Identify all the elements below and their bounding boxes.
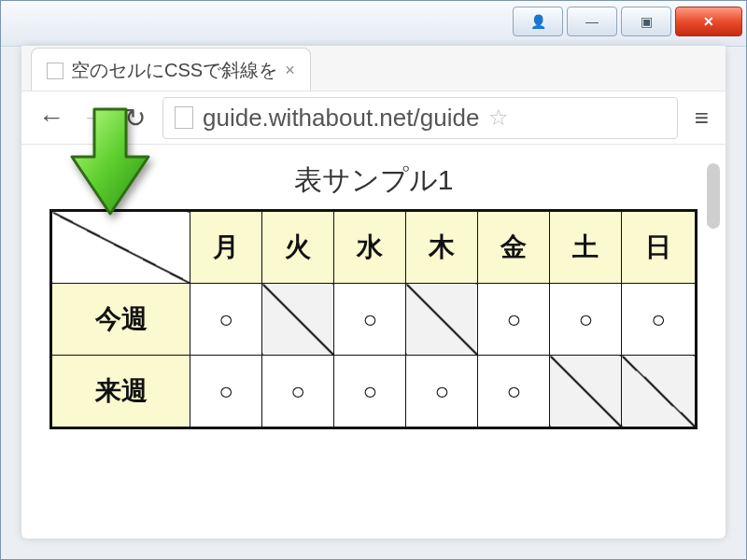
row-label: 今週 <box>51 284 190 356</box>
window-close-button[interactable]: ✕ <box>675 7 742 36</box>
page-content: 表サンプル1 月火水木金土日 今週○○○○○来週○○○○○ <box>21 145 726 539</box>
table-row: 来週○○○○○ <box>51 356 697 428</box>
browser-shell: 空のセルにCSSで斜線を × ← → ↻ guide.withabout.net… <box>21 46 726 539</box>
favicon-icon <box>47 63 63 79</box>
os-window: 👤 — ▣ ✕ 空のセルにCSSで斜線を × ← → ↻ guide.witha… <box>0 0 747 560</box>
mark-cell: ○ <box>334 284 406 356</box>
table-row: 今週○○○○○ <box>51 284 697 356</box>
tab-title: 空のセルにCSSで斜線を <box>71 58 277 83</box>
mark-cell: ○ <box>550 284 622 356</box>
tab-close-button[interactable]: × <box>285 61 295 80</box>
mark-cell: ○ <box>478 356 550 428</box>
table-body: 今週○○○○○来週○○○○○ <box>51 284 697 428</box>
day-header: 火 <box>262 211 334 284</box>
day-header: 金 <box>478 211 550 284</box>
window-minimize-button[interactable]: — <box>567 7 617 36</box>
window-maximize-button[interactable]: ▣ <box>621 7 671 36</box>
day-header: 水 <box>334 211 406 284</box>
mark-cell: ○ <box>190 284 262 356</box>
page-icon <box>175 106 193 129</box>
empty-diagonal-cell <box>406 284 478 356</box>
table-head: 月火水木金土日 <box>51 211 697 284</box>
address-bar[interactable]: guide.withabout.net/guide ☆ <box>162 97 678 139</box>
mark-cell: ○ <box>622 284 697 356</box>
tab-strip: 空のセルにCSSで斜線を × <box>21 46 726 91</box>
mark-cell: ○ <box>190 356 262 428</box>
mark-cell: ○ <box>406 356 478 428</box>
browser-tab[interactable]: 空のセルにCSSで斜線を × <box>31 48 311 91</box>
forward-button[interactable]: → <box>81 103 107 133</box>
window-titlebar: 👤 — ▣ ✕ <box>1 1 746 47</box>
window-user-button[interactable]: 👤 <box>513 7 563 36</box>
sample-table: 月火水木金土日 今週○○○○○来週○○○○○ <box>49 209 698 429</box>
row-label: 来週 <box>51 356 190 428</box>
empty-diagonal-cell <box>550 356 622 428</box>
empty-diagonal-cell <box>262 284 334 356</box>
mark-cell: ○ <box>262 356 334 428</box>
day-header: 月 <box>190 211 262 284</box>
browser-toolbar: ← → ↻ guide.withabout.net/guide ☆ ≡ <box>21 91 726 145</box>
mark-cell: ○ <box>478 284 550 356</box>
hamburger-menu-icon[interactable]: ≡ <box>695 104 709 133</box>
mark-cell: ○ <box>334 356 406 428</box>
url-text: guide.withabout.net/guide <box>203 104 479 133</box>
back-button[interactable]: ← <box>38 103 64 133</box>
corner-header <box>51 211 190 284</box>
bookmark-star-icon[interactable]: ☆ <box>488 105 509 131</box>
day-header: 日 <box>622 211 697 284</box>
page-viewport[interactable]: 表サンプル1 月火水木金土日 今週○○○○○来週○○○○○ <box>21 145 726 539</box>
table-caption: 表サンプル1 <box>49 161 698 200</box>
reload-button[interactable]: ↻ <box>124 103 146 133</box>
day-header: 土 <box>550 211 622 284</box>
empty-diagonal-cell <box>622 356 697 428</box>
day-header: 木 <box>406 211 478 284</box>
